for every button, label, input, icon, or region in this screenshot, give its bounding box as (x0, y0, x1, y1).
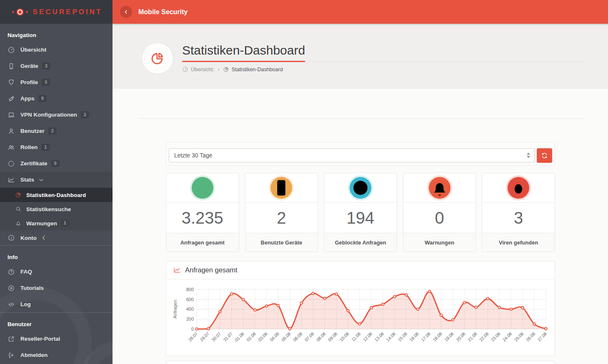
bug-icon (508, 177, 529, 199)
stat-label: Anfragen gesamt (166, 233, 239, 252)
shield-icon (8, 79, 15, 86)
question-icon (8, 268, 15, 276)
chart-title: Anfragen gesamt (185, 266, 238, 274)
count-badge: 3 (42, 62, 50, 70)
title-row: Statistiken-Dashboard (182, 43, 585, 62)
time-range-value: Letzte 30 Tage (174, 152, 213, 159)
svg-text:10.08: 10.08 (338, 331, 350, 342)
search-icon (15, 206, 22, 212)
sidebar-item-label: Tutorials (20, 285, 44, 291)
sidebar-item-reseller-portal[interactable]: Reseller-Portal (0, 331, 113, 347)
stat-label: Viren gefunden (482, 233, 555, 252)
svg-text:07.08: 07.08 (304, 331, 315, 342)
securepoint-logo[interactable]: SECUREPOINT (10, 8, 103, 16)
breadcrumb-current: Statistiken-Dashboard (232, 67, 283, 72)
svg-text:09.08: 09.08 (327, 331, 338, 342)
pie-chart-icon (223, 66, 229, 72)
filter-panel: Letzte 30 Tage (166, 142, 555, 166)
sidebar-item-label: Statistikensuche (26, 206, 71, 212)
stat-value: 194 (324, 202, 397, 233)
stat-label: Geblockte Anfragen (324, 233, 397, 252)
stat-cards: 3.235 Anfragen gesamt 2 Benutzte Geräte … (166, 173, 555, 252)
svg-text:Anfragen: Anfragen (173, 300, 178, 319)
sidebar-item-label: Geräte (20, 63, 38, 69)
certificate-icon (8, 160, 15, 167)
sidebar-nav: NavigationÜbersichtGeräte3Profile3Apps9V… (0, 24, 113, 363)
svg-text:15.08: 15.08 (397, 331, 408, 342)
count-badge: 1 (41, 144, 50, 151)
sidebar-item-label: Apps (20, 95, 35, 102)
sidebar-item-abmelden[interactable]: Abmelden (0, 347, 113, 363)
sidebar-section-info: Info (0, 246, 113, 264)
select-arrows-icon (527, 153, 530, 158)
sidebar-item-warnungen[interactable]: Warnungen1 (0, 216, 113, 230)
logo-bar: SECUREPOINT (0, 0, 113, 24)
stat-value: 3 (482, 202, 555, 233)
stats-group: StatsStatistiken-DashboardStatistikensuc… (0, 172, 113, 230)
content: Letzte 30 Tage 3.235 Anfragen gesamt 2 B… (113, 89, 608, 364)
svg-text:13.08: 13.08 (373, 331, 385, 342)
sidebar-item-apps[interactable]: Apps9 (0, 90, 113, 107)
svg-text:27.08: 27.08 (536, 331, 548, 342)
block-icon (350, 177, 371, 199)
svg-text:19.08: 19.08 (443, 331, 455, 342)
chart-panel-header: Anfragen gesamt (166, 261, 555, 279)
sidebar-item-label: Statistiken-Dashboard (26, 192, 86, 198)
svg-text:800: 800 (186, 287, 194, 292)
refresh-button[interactable] (537, 148, 552, 163)
svg-text:25.08: 25.08 (513, 331, 524, 342)
logo-text: SECUREPOINT (33, 8, 103, 16)
gauge-icon (182, 66, 188, 72)
back-button[interactable] (120, 6, 132, 18)
svg-text:06.08: 06.08 (292, 331, 303, 342)
sidebar-item-label: Abmelden (20, 352, 48, 358)
topbar: Mobile Security (113, 0, 608, 24)
card-icon-row (403, 173, 476, 202)
svg-text:400: 400 (186, 307, 194, 312)
sidebar-item-label: Rollen (20, 144, 38, 150)
sidebar-item-rollen[interactable]: Rollen1 (0, 139, 113, 155)
svg-text:18.08: 18.08 (432, 331, 443, 342)
time-range-select[interactable]: Letzte 30 Tage (169, 148, 535, 162)
sidebar-item-konto[interactable]: Konto (0, 230, 113, 245)
count-badge: 1 (61, 219, 69, 227)
gauge-icon (8, 46, 15, 54)
svg-text:24.08: 24.08 (502, 331, 513, 342)
pie-icon (15, 192, 22, 198)
svg-text:12.08: 12.08 (362, 331, 373, 342)
sidebar-item-label: Warnungen (26, 220, 57, 227)
bars-icon (192, 177, 213, 199)
logo-dot-icon (26, 11, 28, 13)
count-badge: 0 (51, 160, 60, 167)
title-block: Statistiken-Dashboard Übersicht: › Stati… (182, 43, 585, 89)
phone-icon (8, 62, 15, 70)
info-icon (8, 234, 15, 242)
sidebar-item-tutorials[interactable]: Tutorials (0, 280, 113, 296)
sidebar-item-stats[interactable]: Stats (0, 172, 113, 188)
sidebar-section-benutzer-section: Benutzer (0, 313, 113, 331)
svg-text:17.08: 17.08 (420, 331, 431, 342)
sidebar-item-geraete[interactable]: Geräte3 (0, 58, 113, 74)
sidebar-item-label: Stats (20, 177, 34, 183)
card-icon-row (245, 173, 318, 202)
svg-text:08.08: 08.08 (315, 331, 327, 342)
svg-text:16.08: 16.08 (408, 331, 420, 342)
sidebar-item-label: Benutzer (20, 128, 45, 134)
sidebar-item-log[interactable]: Log (0, 296, 113, 312)
sidebar-item-faq[interactable]: FAQ (0, 264, 113, 280)
sidebar-item-profile[interactable]: Profile3 (0, 74, 113, 90)
chart-icon (8, 176, 15, 184)
sidebar-item-benutzer[interactable]: Benutzer2 (0, 123, 113, 139)
sidebar-item-statistiken-dashboard[interactable]: Statistiken-Dashboard (0, 188, 113, 202)
breadcrumb-root[interactable]: Übersicht: (191, 67, 214, 72)
sidebar-item-label: Reseller-Portal (20, 336, 60, 342)
svg-text:14.08: 14.08 (385, 331, 396, 342)
page-header: Statistiken-Dashboard Übersicht: › Stati… (113, 24, 608, 89)
sidebar-item-zertifikate[interactable]: Zertifikate0 (0, 155, 113, 172)
svg-text:26.08: 26.08 (525, 331, 536, 342)
sidebar-item-statistikensuche[interactable]: Statistikensuche (0, 202, 113, 216)
sidebar-item-uebersicht[interactable]: Übersicht (0, 42, 113, 58)
logout-icon (8, 352, 15, 359)
svg-text:29.07: 29.07 (199, 331, 210, 342)
sidebar-item-vpn-konfigurationen[interactable]: VPN Konfigurationen2 (0, 107, 113, 123)
